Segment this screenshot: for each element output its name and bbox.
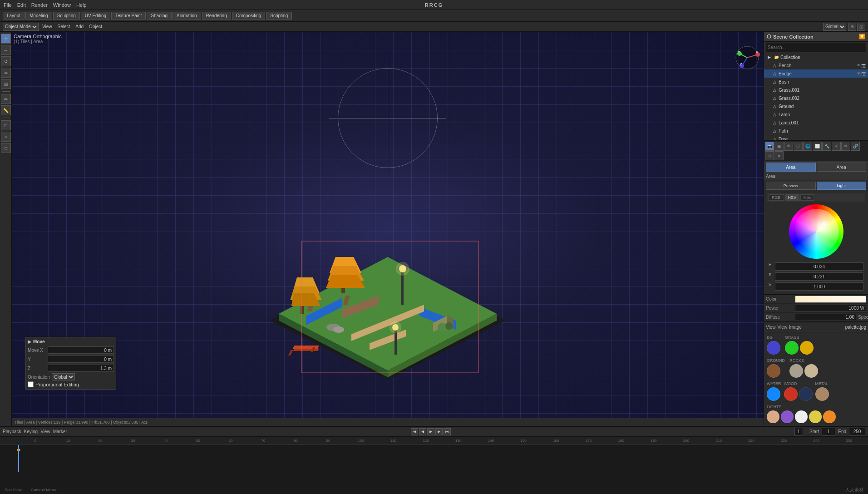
outliner-search-input[interactable] (766, 43, 866, 52)
area-button[interactable]: Area (766, 163, 816, 172)
rocks-color-2[interactable] (804, 364, 818, 378)
preview-toggle[interactable]: Preview (766, 182, 816, 190)
prop-tab-constraints[interactable]: 🔗 (851, 142, 860, 151)
grass-color-2[interactable] (800, 341, 814, 355)
tab-uv-editing[interactable]: UV Editing (81, 12, 110, 20)
outliner-bush[interactable]: △ Bush (764, 78, 868, 86)
bench-eye[interactable]: 👁 (857, 63, 861, 68)
power-input[interactable] (795, 305, 866, 312)
color-wheel[interactable] (789, 204, 843, 259)
outliner-filter[interactable]: 🔽 (859, 34, 865, 40)
rocks-color-1[interactable] (789, 364, 803, 378)
tab-compositing[interactable]: Compositing (232, 12, 266, 20)
tab-layout[interactable]: Layout (3, 12, 25, 20)
outliner-lamp[interactable]: △ Lamp (764, 110, 868, 119)
jump-end-btn[interactable]: ⏭ (444, 428, 451, 435)
prop-tab-modifier[interactable]: 🔧 (822, 142, 831, 151)
color-tab-rgb[interactable]: RGB (769, 194, 784, 201)
ground-color-1[interactable] (767, 364, 780, 378)
outliner-grass001[interactable]: △ Grass.001 (764, 86, 868, 94)
metal-color-1[interactable] (815, 387, 829, 401)
tab-scripting[interactable]: Scripting (266, 12, 292, 20)
menu-render[interactable]: Render (31, 2, 48, 8)
move-x-input[interactable] (48, 346, 114, 354)
tab-sculpting[interactable]: Sculpting (53, 12, 80, 20)
rotate-tool[interactable]: ↺ (1, 56, 11, 66)
prop-tab-physics[interactable]: ≋ (841, 142, 850, 151)
tab-texture-paint[interactable]: Texture Paint (111, 12, 146, 20)
snap-button[interactable]: ⊕ (848, 23, 856, 31)
color-tab-hsv[interactable]: HSV (785, 194, 800, 201)
transform-tool[interactable]: ⊞ (1, 79, 11, 89)
image-label[interactable]: Image (789, 325, 802, 330)
wood-color-1[interactable] (784, 387, 798, 401)
playback-menu[interactable]: Playback (3, 429, 21, 434)
outliner-grass002[interactable]: △ Grass.002 (764, 94, 868, 102)
outliner-collection[interactable]: ▶ 📁 Collection (764, 53, 868, 61)
menu-edit[interactable]: Edit (17, 2, 26, 8)
prev-frame-btn[interactable]: ◀ (419, 428, 426, 435)
area-button-2[interactable]: Area (817, 163, 867, 172)
view-menu-timeline[interactable]: View (40, 429, 50, 434)
h-input[interactable] (775, 262, 863, 271)
select-circle-tool[interactable]: ○ (1, 132, 11, 142)
prop-tab-output[interactable]: ▣ (774, 142, 784, 151)
grass-color-1[interactable] (785, 341, 799, 355)
lights-color-3[interactable] (795, 410, 808, 423)
tab-modeling[interactable]: Modeling (25, 12, 52, 20)
object-menu[interactable]: Object (87, 24, 104, 29)
tab-shading[interactable]: Shading (147, 12, 172, 20)
proportional-checkbox[interactable] (28, 381, 34, 387)
bridge-eye[interactable]: 👁 (857, 71, 861, 76)
select-box-tool[interactable]: □ (1, 120, 11, 130)
view-label-2[interactable]: View (778, 325, 788, 330)
color-picker[interactable] (795, 296, 866, 303)
move-y-input[interactable] (48, 356, 114, 363)
cursor-tool[interactable]: ✛ (1, 34, 11, 44)
lights-color-1[interactable] (767, 410, 779, 423)
select-menu[interactable]: Select (56, 24, 72, 29)
light-toggle[interactable]: Light (817, 182, 867, 190)
bg-color-1[interactable] (767, 341, 780, 355)
prop-tab-render[interactable]: 📷 (765, 142, 774, 151)
water-color-1[interactable] (767, 387, 780, 401)
viewport-3d[interactable]: Camera Orthographic (1) Tiles | Area (12, 32, 764, 426)
annotate-tool[interactable]: ✏ (1, 94, 11, 104)
timeline-content[interactable] (0, 445, 868, 472)
wood-color-2[interactable] (799, 387, 813, 401)
view-menu[interactable]: View (40, 24, 54, 29)
jump-start-btn[interactable]: ⏮ (411, 428, 418, 435)
tab-rendering[interactable]: Rendering (202, 12, 231, 20)
lights-color-5[interactable] (823, 410, 836, 423)
v-input[interactable] (775, 282, 863, 291)
keying-menu[interactable]: Keying (24, 429, 38, 434)
bench-render[interactable]: 📷 (861, 63, 866, 68)
outliner-bench[interactable]: △ Bench 👁 📷 (764, 61, 868, 69)
orientation-select[interactable]: Global (823, 23, 846, 31)
prop-tab-world[interactable]: 🌐 (803, 142, 812, 151)
prop-tab-particles[interactable]: ✦ (832, 142, 841, 151)
orient-select[interactable]: Global (52, 373, 75, 380)
current-frame-display[interactable]: 1 (794, 428, 804, 436)
diffuse-input[interactable] (795, 314, 856, 321)
start-frame-input[interactable] (822, 428, 835, 436)
scale-tool[interactable]: ⇔ (1, 68, 11, 78)
prop-tab-scene[interactable]: ⬡ (794, 142, 803, 151)
next-frame-btn[interactable]: ▶ (435, 428, 443, 435)
view-label-1[interactable]: View (766, 325, 776, 330)
s-input[interactable] (775, 272, 863, 281)
lights-color-2[interactable] (781, 410, 794, 423)
outliner-path[interactable]: △ Path (764, 127, 868, 135)
bridge-render[interactable]: 📷 (861, 71, 866, 76)
outliner-lamp001[interactable]: △ Lamp.001 (764, 119, 868, 127)
tab-animation[interactable]: Animation (173, 12, 201, 20)
measure-tool[interactable]: 📏 (1, 105, 11, 115)
outliner-bridge[interactable]: △ Bridge 👁 📷 (764, 69, 868, 78)
lights-color-4[interactable] (809, 410, 822, 423)
menu-window[interactable]: Window (53, 2, 71, 8)
outliner-tree[interactable]: △ Tree (764, 135, 868, 141)
move-tool[interactable]: ↔ (1, 45, 11, 55)
select-lasso-tool[interactable]: ⊂ (1, 143, 11, 153)
prop-tab-view[interactable]: 👁 (784, 142, 793, 151)
marker-menu[interactable]: Marker (53, 429, 67, 434)
